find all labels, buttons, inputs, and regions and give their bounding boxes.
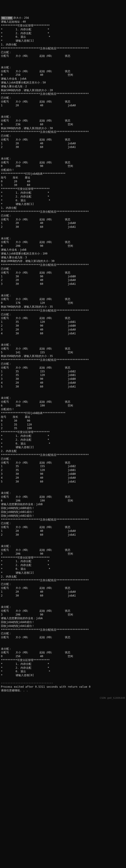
- dimension-badge: 561 × 899: [1, 16, 13, 20]
- console-output: 561 × 899存大小：256 请输入起始地址：40 **********可变…: [1, 16, 126, 692]
- watermark: CSDN @m0_62806440: [1, 696, 126, 700]
